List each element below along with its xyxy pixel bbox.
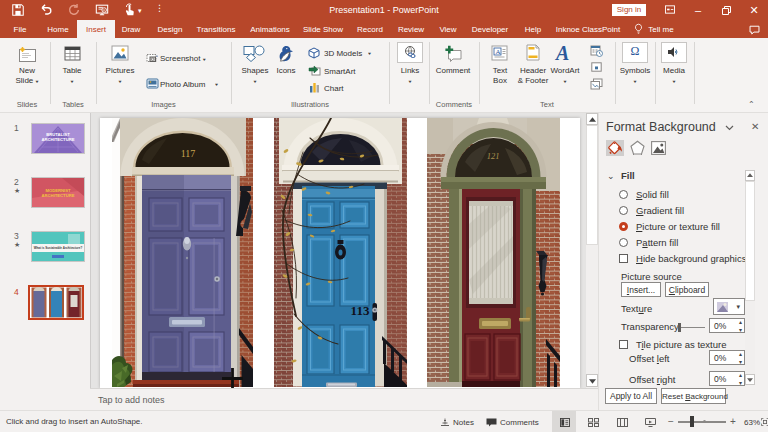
- svg-text:ARCHITECTURE: ARCHITECTURE: [41, 193, 74, 198]
- svg-text:What is Sustainable Architectu: What is Sustainable Architecture?: [34, 246, 83, 250]
- svg-text:A: A: [554, 44, 569, 62]
- svg-text:121: 121: [486, 151, 499, 161]
- svg-text:ARCHITECTURE: ARCHITECTURE: [41, 137, 74, 142]
- svg-text:117: 117: [181, 148, 196, 159]
- svg-text:113: 113: [351, 303, 370, 318]
- svg-text:A: A: [496, 48, 501, 56]
